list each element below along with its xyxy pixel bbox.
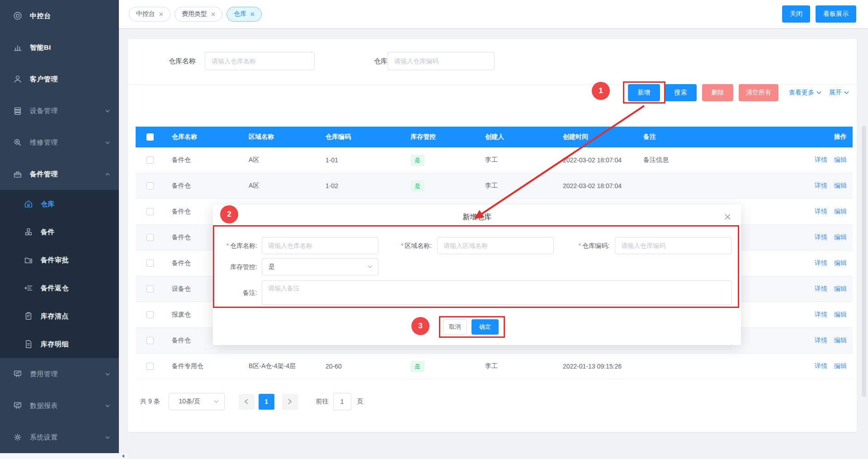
expand-link[interactable]: 展开	[829, 89, 849, 97]
cubes-icon	[24, 227, 33, 237]
row-checkbox[interactable]	[146, 337, 154, 344]
modal-name-label: *仓库名称:	[217, 237, 257, 254]
cancel-button[interactable]: 取消	[443, 319, 467, 335]
sidebar-item-reports[interactable]: 数据报表	[0, 390, 119, 421]
chevron-down-icon	[105, 404, 110, 408]
sidebar-item-repairs[interactable]: 维修管理	[0, 127, 119, 158]
add-button[interactable]: 新增	[628, 84, 660, 101]
tab-close-icon[interactable]	[250, 12, 255, 16]
cell-creator: 李工	[481, 354, 558, 379]
header-warehouse-name: 仓库名称	[167, 127, 244, 147]
detail-link[interactable]: 详情	[815, 285, 827, 293]
sidebar-item-console[interactable]: 中控台	[0, 0, 119, 32]
row-checkbox[interactable]	[146, 208, 154, 215]
detail-link[interactable]: 详情	[815, 311, 827, 319]
sidebar-collapse-bar[interactable]	[0, 453, 127, 459]
detail-link[interactable]: 详情	[815, 336, 827, 345]
spare-parts-icon	[13, 169, 23, 179]
sidebar-item-warehouse[interactable]: 仓库	[0, 190, 119, 218]
goto-label: 前往	[316, 397, 329, 406]
cell-remark	[639, 354, 774, 379]
warehouse-icon	[24, 199, 33, 209]
view-more-link[interactable]: 查看更多	[789, 89, 821, 97]
sidebar-item-parts[interactable]: 备件	[0, 218, 119, 246]
warehouse-name-input[interactable]	[205, 52, 315, 70]
row-checkbox[interactable]	[146, 182, 154, 189]
row-checkbox[interactable]	[146, 311, 154, 318]
row-checkbox[interactable]	[146, 363, 154, 370]
console-icon	[13, 11, 23, 21]
sidebar-item-settings[interactable]: 系统设置	[0, 421, 119, 453]
modal-name-input[interactable]	[262, 237, 378, 254]
sidebar-item-bi[interactable]: 智能BI	[0, 32, 119, 63]
select-all-checkbox[interactable]	[146, 133, 154, 141]
board-display-button[interactable]: 看板展示	[816, 5, 856, 23]
edit-link[interactable]: 编辑	[834, 208, 847, 216]
modal-remark-textarea[interactable]	[262, 280, 732, 305]
tab-expense-type[interactable]: 费用类型	[175, 7, 222, 22]
goto-page-input[interactable]	[333, 393, 351, 410]
modal-title: 新增仓库	[213, 213, 741, 222]
tab-warehouse[interactable]: 仓库	[226, 7, 262, 22]
repair-icon	[13, 137, 23, 147]
search-button[interactable]: 搜索	[665, 84, 697, 101]
sidebar-item-parts-return[interactable]: 备件返仓	[0, 274, 119, 302]
page-size-select[interactable]: 10条/页	[169, 393, 225, 410]
sidebar-item-label: 仓库	[41, 200, 55, 208]
detail-link[interactable]: 详情	[815, 233, 827, 241]
tab-close-icon[interactable]	[159, 12, 163, 16]
sidebar-item-devices[interactable]: 设备管理	[0, 95, 119, 127]
tab-close-icon[interactable]	[211, 12, 215, 16]
edit-link[interactable]: 编辑	[834, 311, 847, 319]
edit-link[interactable]: 编辑	[834, 336, 847, 345]
row-checkbox[interactable]	[146, 285, 154, 293]
edit-link[interactable]: 编辑	[834, 362, 847, 370]
detail-link[interactable]: 详情	[815, 362, 827, 370]
clear-all-button[interactable]: 清空所有	[739, 84, 778, 101]
edit-link[interactable]: 编辑	[834, 285, 847, 293]
vertical-scrollbar[interactable]	[861, 30, 867, 456]
bi-chart-icon	[13, 43, 23, 52]
cell-warehouse-name: 备件专用仓	[167, 354, 244, 379]
detail-link[interactable]: 详情	[815, 182, 827, 190]
close-button[interactable]: 关闭	[782, 5, 810, 23]
tab-label: 仓库	[234, 10, 246, 18]
sidebar-item-spare-parts[interactable]: 备件管理	[0, 158, 119, 190]
edit-link[interactable]: 编辑	[834, 233, 847, 241]
row-checkbox[interactable]	[146, 234, 154, 241]
chevron-down-icon	[105, 435, 110, 440]
detail-link[interactable]: 详情	[815, 156, 827, 164]
prev-page-button[interactable]	[239, 394, 255, 410]
modal-close-button[interactable]	[724, 213, 731, 220]
scrollbar-thumb[interactable]	[862, 126, 866, 397]
modal-area-input[interactable]	[437, 237, 554, 254]
sidebar-item-customers[interactable]: 客户管理	[0, 63, 119, 95]
folder-icon	[24, 255, 33, 265]
edit-link[interactable]: 编辑	[834, 259, 847, 267]
row-checkbox[interactable]	[146, 260, 154, 267]
delete-button[interactable]: 删除	[702, 84, 733, 101]
sidebar-item-inventory-detail[interactable]: 库存明细	[0, 330, 119, 358]
sidebar-item-expenses[interactable]: 费用管理	[0, 358, 119, 390]
current-page[interactable]: 1	[259, 394, 274, 410]
sidebar: 中控台 智能BI 客户管理 设备管理 维修管理 备件管理 仓库 备件 备件审批	[0, 0, 119, 453]
row-checkbox[interactable]	[146, 156, 154, 164]
next-page-button[interactable]	[282, 394, 298, 410]
modal-stock-select[interactable]: 是	[262, 258, 378, 275]
chevron-down-icon	[105, 372, 110, 376]
edit-link[interactable]: 编辑	[834, 182, 847, 190]
warehouse-name-label: 仓库名称	[169, 52, 196, 70]
modal-code-input[interactable]	[615, 237, 731, 254]
cell-create-time: 2022-03-02 18:07:04	[558, 147, 639, 173]
detail-link[interactable]: 详情	[815, 259, 827, 267]
detail-link[interactable]: 详情	[815, 208, 827, 216]
sidebar-item-parts-approval[interactable]: 备件审批	[0, 246, 119, 274]
sidebar-item-inventory-check[interactable]: 库存清点	[0, 302, 119, 330]
chevron-down-icon	[844, 91, 849, 95]
warehouse-code-input[interactable]	[387, 52, 495, 70]
tab-console[interactable]: 中控台	[129, 7, 170, 22]
confirm-button[interactable]: 确定	[472, 319, 499, 335]
edit-link[interactable]: 编辑	[834, 156, 847, 164]
sidebar-item-label: 库存明细	[41, 340, 69, 349]
sidebar-item-label: 备件	[41, 228, 55, 237]
